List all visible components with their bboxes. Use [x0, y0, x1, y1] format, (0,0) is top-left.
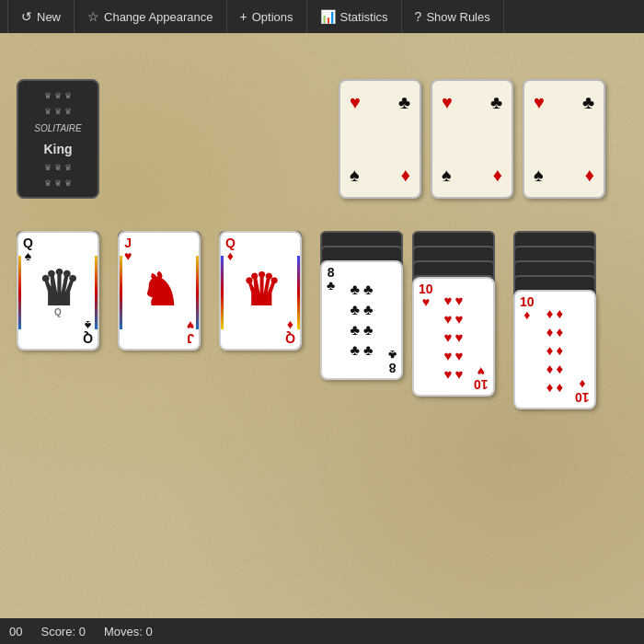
plus-icon: +	[240, 9, 247, 24]
moves-display: Moves: 0	[104, 625, 153, 638]
logo-king: King	[43, 142, 72, 156]
score-display: Score: 0	[40, 625, 85, 638]
appearance-label: Change Appearance	[104, 10, 213, 24]
tableau-col-4[interactable]: 8 ♣ 8 ♣ ♣♣ ♣♣ ♣♣ ♣♣	[320, 231, 403, 397]
statistics-button[interactable]: 📊 Statistics	[307, 0, 402, 33]
tableau-col-3[interactable]: Q ♦ Q ♦ ♛	[219, 231, 302, 351]
rules-label: Show Rules	[426, 10, 489, 24]
logo-text: SOLITAIRE	[34, 122, 82, 135]
tableau-col-6[interactable]: 10 ♦ 10 ♦ ♦♦ ♦♦ ♦♦ ♦♦ ♦♦	[513, 231, 596, 415]
tableau-col-2[interactable]: J ♥ J ♥ ♞	[118, 231, 201, 351]
options-label: Options	[252, 10, 293, 24]
toolbar: ↺ New ☆ Change Appearance + Options 📊 St…	[0, 0, 644, 33]
stock-pile[interactable]: ♛♛♛ ♛♛♛ SOLITAIRE King ♛♛♛ ♛♛♛	[17, 79, 99, 199]
new-button[interactable]: ↺ New	[7, 0, 75, 33]
appearance-button[interactable]: ☆ Change Appearance	[75, 0, 227, 33]
chart-icon: 📊	[320, 9, 336, 24]
options-button[interactable]: + Options	[227, 0, 307, 33]
rules-button[interactable]: ? Show Rules	[402, 0, 504, 33]
tableau-col-5[interactable]: 10 ♥ 10 ♥ ♥♥ ♥♥ ♥♥ ♥♥ ♥♥	[412, 231, 495, 415]
game-area: ♛♛♛ ♛♛♛ SOLITAIRE King ♛♛♛ ♛♛♛ ♥ ♣ ♠ ♦ ♥…	[0, 33, 644, 607]
statistics-label: Statistics	[340, 10, 388, 24]
new-label: New	[37, 10, 61, 24]
star-icon: ☆	[87, 9, 99, 24]
time-display: 00	[9, 625, 22, 638]
question-icon: ?	[415, 9, 422, 24]
new-icon: ↺	[21, 9, 32, 24]
status-bar: 00 Score: 0 Moves: 0	[0, 618, 644, 644]
tableau-col-1[interactable]: Q ♠ Q ♠ ♛ Q	[17, 231, 99, 351]
